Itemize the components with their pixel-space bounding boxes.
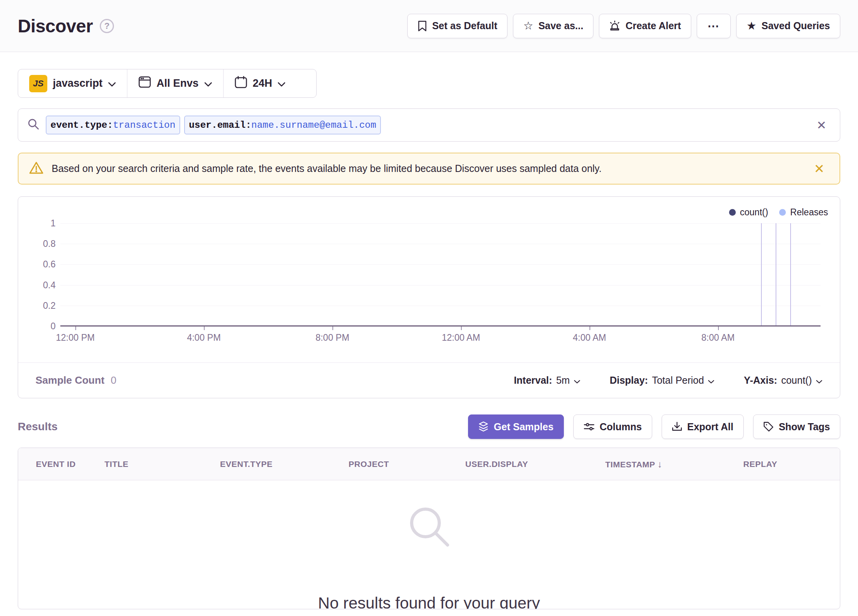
y-axis-tick: 0 [18,321,56,332]
events-chart-panel: count() Releases 1 0.8 0.6 0.4 0.2 0 [18,196,840,398]
search-token[interactable]: event.type: transaction [46,116,180,134]
chevron-down-icon [708,375,714,386]
help-icon[interactable]: ? [100,19,114,33]
chevron-down-icon [278,77,285,90]
environment-filter-dropdown[interactable]: All Envs [127,69,223,97]
x-axis-tick-mark [589,327,590,330]
sampled-data-warning-banner: Based on your search criteria and sample… [18,153,840,185]
token-key: user.email: [189,120,251,131]
export-all-label: Export All [687,421,733,433]
releases-series-dot-icon [779,209,786,216]
set-as-default-label: Set as Default [432,20,497,32]
chevron-down-icon [108,77,116,90]
create-alert-label: Create Alert [625,20,681,32]
columns-button[interactable]: Columns [573,414,652,439]
project-filter-dropdown[interactable]: JS javascript [18,69,127,97]
release-marker-line [776,223,776,326]
calendar-icon [235,76,247,91]
column-header-event-type[interactable]: EVENT.TYPE [220,459,272,469]
saved-queries-button[interactable]: ★ Saved Queries [736,14,840,38]
sliders-icon [584,422,595,431]
columns-label: Columns [600,421,642,433]
create-alert-button[interactable]: Create Alert [599,14,691,38]
y-axis-tick: 0.8 [18,239,56,249]
ellipsis-icon: ⋯ [707,19,720,33]
token-value: transaction [113,120,175,131]
chart-plot-area[interactable] [60,223,821,326]
save-as-button[interactable]: ☆ Save as... [513,14,593,38]
legend-releases-label: Releases [790,207,828,218]
results-heading: Results [18,420,58,433]
discover-page: Discover ? Set as Default ☆ Save as... C… [0,0,858,616]
javascript-platform-icon: JS [29,75,47,92]
x-axis-tick-label: 8:00 PM [315,332,349,343]
empty-results-message: No results found for your query [18,594,840,609]
column-header-event-id[interactable]: EVENT ID [36,459,76,469]
display-label: Display: [610,375,648,386]
more-options-button[interactable]: ⋯ [697,14,731,38]
window-icon [138,76,151,91]
export-all-button[interactable]: Export All [662,414,744,439]
star-outline-icon: ☆ [523,21,533,32]
interval-dropdown[interactable]: Interval: 5m [514,375,580,386]
filter-bar: JS javascript All Envs 24H [18,69,317,98]
search-token[interactable]: user.email: name.surname@email.com [184,116,381,134]
column-header-project[interactable]: PROJECT [349,459,389,469]
x-axis-line [60,325,821,327]
column-header-title[interactable]: TITLE [104,459,129,469]
date-range-dropdown[interactable]: 24H [223,69,297,97]
show-tags-label: Show Tags [779,421,830,433]
siren-icon [609,21,620,32]
y-axis-tick: 0.2 [18,301,56,311]
display-value: Total Period [652,375,704,386]
column-header-replay[interactable]: REPLAY [743,459,777,469]
chart-footer-controls: Interval: 5m Display: Total Period Y-Axi… [514,375,823,386]
banner-close-icon[interactable]: ✕ [809,160,829,178]
chevron-down-icon [816,375,823,386]
token-key: event.type: [50,120,113,131]
x-axis-tick-label: 8:00 AM [701,332,735,343]
column-header-user-display[interactable]: USER.DISPLAY [465,459,528,469]
search-input[interactable]: event.type: transaction user.email: name… [18,108,840,142]
x-axis-tick-label: 4:00 PM [187,332,221,343]
chart-footer: Sample Count 0 Interval: 5m Display: Tot… [18,362,840,398]
display-dropdown[interactable]: Display: Total Period [610,375,714,386]
star-filled-icon: ★ [746,21,756,32]
sample-count-value: 0 [111,374,116,386]
x-axis-tick-mark [461,327,462,330]
download-icon [672,422,682,432]
legend-item-releases[interactable]: Releases [779,207,828,218]
y-axis-label: Y-Axis: [744,375,777,386]
results-actions: Get Samples Columns Export All Show Tags [468,414,840,439]
save-as-label: Save as... [538,20,583,32]
column-header-timestamp[interactable]: TIMESTAMP↓ [605,459,662,470]
search-clear-icon[interactable]: ✕ [813,116,830,134]
bookmark-icon [418,21,427,32]
y-axis-dropdown[interactable]: Y-Axis: count() [744,375,823,386]
project-filter-label: javascript [53,77,103,90]
y-axis-tick: 0.4 [18,280,56,291]
results-table-body: No results found for your query [18,480,840,609]
warning-message: Based on your search criteria and sample… [52,163,801,174]
search-token-list: event.type: transaction user.email: name… [46,116,806,134]
release-marker-line [790,223,791,326]
warning-triangle-icon [29,161,44,176]
show-tags-button[interactable]: Show Tags [753,414,840,439]
page-title: Discover [18,15,93,37]
x-axis-tick-label: 4:00 AM [573,332,606,343]
chart-legend: count() Releases [729,207,828,218]
x-axis-tick-mark [718,327,719,330]
environment-filter-label: All Envs [157,77,199,90]
interval-label: Interval: [514,375,552,386]
search-icon [28,118,39,132]
get-samples-button[interactable]: Get Samples [468,414,563,439]
release-marker-line [761,223,762,326]
chevron-down-icon [574,375,580,386]
empty-search-icon [406,503,452,551]
timestamp-label: TIMESTAMP [605,460,655,469]
x-axis-tick-label: 12:00 AM [442,332,480,343]
legend-item-count[interactable]: count() [729,207,768,218]
results-table-header: EVENT ID TITLE EVENT.TYPE PROJECT USER.D… [18,448,840,480]
y-axis-tick: 0.6 [18,259,56,270]
set-as-default-button[interactable]: Set as Default [407,14,507,38]
